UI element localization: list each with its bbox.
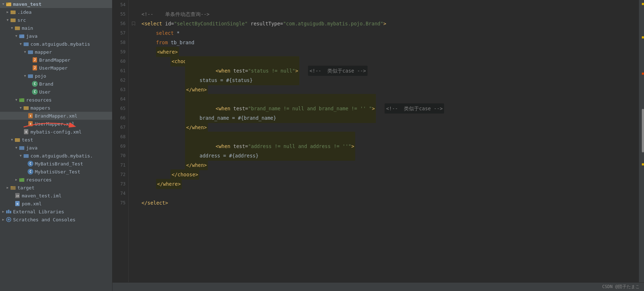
gutter-line (129, 198, 138, 208)
sidebar-item-main[interactable]: ▼ main (0, 24, 112, 32)
svg-rect-9 (19, 34, 21, 36)
code-line-63: </when> (141, 85, 639, 94)
sidebar-item-iml[interactable]: im maven_test.iml (0, 192, 112, 200)
sql-table: tb_brand (168, 38, 194, 47)
folder-icon-test (15, 137, 20, 143)
sidebar-item-java[interactable]: ▼ java (0, 32, 112, 40)
sidebar-label-java: java (26, 33, 37, 39)
status-bar: CSDN @団子たまこ (112, 282, 644, 291)
when2-val: "brand_name != null and brand_name != ''… (248, 106, 372, 111)
sidebar-item-test-pkg[interactable]: ▼ com.atguigudb.mybatis. (0, 152, 112, 160)
sidebar-label-mybatis-config: mybatis-config.xml (30, 129, 82, 135)
arrow-main: ▼ (10, 26, 14, 30)
scrollbar-thumb[interactable] (642, 109, 644, 152)
gutter (129, 0, 138, 282)
scrollbar-right[interactable] (639, 0, 644, 282)
line-num: 60 (112, 57, 126, 66)
sidebar-item-ext-lib[interactable]: ▶ External Libraries (0, 208, 112, 216)
line-num: 75 (112, 198, 126, 208)
sidebar-item-maven-test[interactable]: ▼ maven_test (0, 0, 112, 8)
scrollbar-mark-2 (642, 36, 644, 38)
folder-icon-java (19, 33, 25, 39)
folder-icon-com (23, 41, 29, 47)
sidebar-item-pom[interactable]: m pom.xml (0, 200, 112, 208)
sidebar-item-user[interactable]: C User (0, 88, 112, 96)
sidebar-item-mapper[interactable]: ▼ mapper (0, 48, 112, 56)
svg-rect-13 (28, 50, 30, 52)
comment-case-2: <!-- 类似于case --> (385, 103, 444, 114)
select-close: </select> (141, 198, 168, 208)
line-num: 57 (112, 28, 126, 38)
gutter-line (129, 57, 138, 66)
sidebar-item-brand[interactable]: C Brand (0, 80, 112, 88)
line-num: 73 (112, 179, 126, 189)
test-user-icon: C (28, 169, 33, 175)
sidebar-item-test[interactable]: ▼ test (0, 136, 112, 144)
sidebar-item-mybatis-user-test[interactable]: C MybatisUser_Test (0, 168, 112, 176)
gutter-line (129, 170, 138, 179)
status-eq: status = #{status} (200, 75, 253, 85)
gutter-line (129, 28, 138, 38)
when3-gt: > (351, 143, 354, 149)
line-num: 69 (112, 142, 126, 151)
sidebar-item-brandmapper-xml[interactable]: X BrandMapper.xml (0, 112, 112, 120)
code-area[interactable]: <!-- 单条件动态查询--> <select id="selectByCond… (138, 0, 639, 282)
arrow-idea: ▶ (6, 10, 9, 14)
line-num: 63 (112, 85, 126, 94)
sidebar-item-test-resources[interactable]: ▶ resources (0, 176, 112, 184)
line-num: 67 (112, 123, 126, 132)
sidebar-item-usermapper-java[interactable]: J UserMapper (0, 64, 112, 72)
attr-val-result: "com.atguigudb.mybatis.pojo.Brand" (283, 19, 383, 28)
bookmark-icon (131, 21, 136, 26)
arrow-target: ▶ (6, 186, 9, 189)
folder-icon-mappers (23, 105, 29, 111)
sidebar-item-test-java[interactable]: ▼ java (0, 144, 112, 152)
svg-rect-19 (28, 74, 30, 75)
svg-rect-37 (19, 178, 21, 179)
svg-rect-39 (11, 186, 13, 187)
sidebar-item-scratches[interactable]: ▶ Scratches and Consoles (0, 216, 112, 224)
arrow-src: ▼ (6, 18, 9, 22)
java-file-icon-2: J (32, 65, 38, 71)
gutter-line (129, 160, 138, 170)
sidebar-label-src: src (17, 17, 26, 23)
folder-icon-maven-test (6, 1, 12, 7)
sidebar-item-brandmapper-java[interactable]: J BrandMapper (0, 56, 112, 64)
when-val: "status != null" (248, 68, 295, 74)
line-num: 62 (112, 75, 126, 85)
sidebar-item-target[interactable]: ▶ target (0, 184, 112, 192)
scratches-icon (6, 217, 12, 222)
svg-rect-31 (15, 138, 17, 139)
attr-result: resultType= (248, 19, 283, 28)
code-line-58: from tb_brand (141, 38, 639, 47)
sidebar-label-test-java: java (26, 145, 37, 151)
sidebar-item-mappers[interactable]: ▼ mappers (0, 104, 112, 112)
sidebar-item-com-pkg[interactable]: ▼ com.atguigudb.mybatis (0, 40, 112, 48)
sidebar-label-usermapper: UserMapper (39, 65, 67, 71)
user-class-icon: C (32, 89, 38, 95)
gutter-line (129, 104, 138, 113)
gutter-line (129, 47, 138, 57)
sidebar-label-main: main (22, 25, 33, 31)
sidebar-item-resources-main[interactable]: ▼ resources (0, 96, 112, 104)
sidebar-item-mybatis-config[interactable]: X mybatis-config.xml (0, 128, 112, 136)
code-line-75: </select> (141, 198, 639, 208)
folder-icon-idea (10, 9, 16, 15)
line-num: 66 (112, 113, 126, 123)
sidebar-item-pojo[interactable]: ▼ pojo (0, 72, 112, 80)
folder-icon-mapper (28, 49, 33, 55)
sidebar-label-mapper: mapper (35, 49, 52, 55)
code-line-71: </when> (141, 160, 639, 170)
line-num: 56 (112, 19, 126, 28)
arrow-scratches: ▶ (1, 218, 5, 221)
line-num: 58 (112, 38, 126, 47)
arrow-resources: ▼ (15, 98, 18, 102)
arrow-pojo: ▼ (23, 74, 27, 78)
sidebar-item-usermapper-xml[interactable]: X UserMapper.xml (0, 120, 112, 128)
sidebar-item-src[interactable]: ▼ src (0, 16, 112, 24)
sidebar-label-target: target (17, 185, 34, 190)
line-num: 74 (112, 189, 126, 198)
sidebar-item-idea[interactable]: ▶ .idea (0, 8, 112, 16)
sidebar-item-mybatis-brand-test[interactable]: C MyBatisBrand_Test (0, 160, 112, 168)
svg-rect-44 (6, 210, 8, 213)
